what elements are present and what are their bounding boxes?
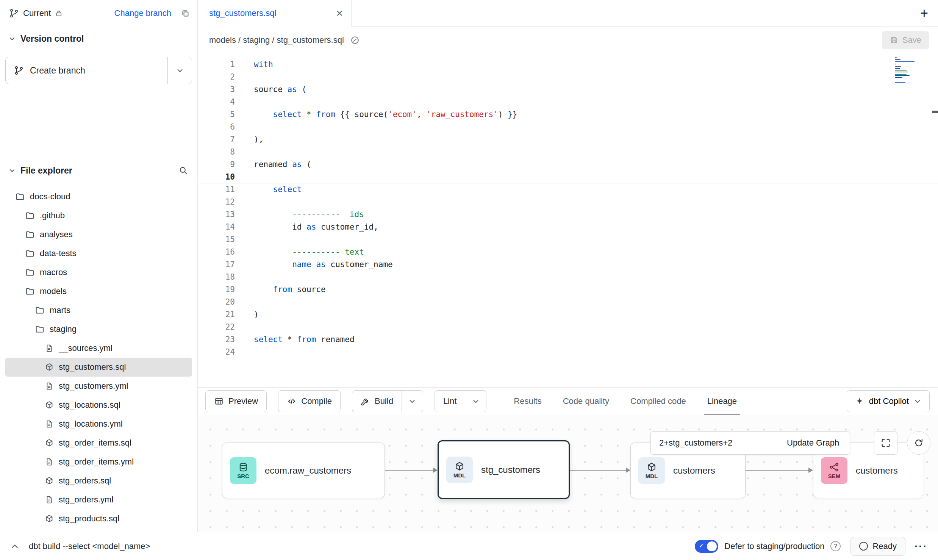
- new-tab-button[interactable]: +: [920, 6, 928, 20]
- code-line-10[interactable]: 10: [198, 171, 938, 183]
- tab-lineage[interactable]: Lineage: [707, 387, 737, 415]
- code-text: [235, 171, 254, 183]
- line-number: 9: [198, 158, 235, 171]
- tree-item-marts[interactable]: marts: [5, 301, 192, 320]
- refresh-button[interactable]: [907, 431, 930, 455]
- code-line-8[interactable]: 8: [198, 146, 938, 158]
- defer-toggle[interactable]: ✓: [695, 540, 718, 553]
- line-number: 19: [198, 283, 235, 296]
- code-line-11[interactable]: 11 select: [198, 183, 938, 196]
- preview-button[interactable]: Preview: [205, 390, 267, 412]
- build-dropdown[interactable]: [402, 390, 423, 412]
- code-line-20[interactable]: 20: [198, 296, 938, 308]
- tree-item-stg-customers-sql[interactable]: stg_customers.sql: [5, 358, 192, 377]
- tree-item-analyses[interactable]: analyses: [5, 225, 192, 244]
- folder-icon: [35, 305, 45, 315]
- folder-icon: [25, 230, 35, 239]
- code-line-12[interactable]: 12: [198, 196, 938, 208]
- compile-button[interactable]: Compile: [278, 390, 341, 412]
- status-bar-right: ✓ Defer to staging/production ? Ready ··…: [695, 537, 938, 556]
- tab-results[interactable]: Results: [514, 387, 541, 415]
- tab-compiled-code[interactable]: Compiled code: [630, 387, 686, 415]
- file-icon: [45, 495, 54, 504]
- current-branch-label: Current: [23, 8, 51, 18]
- cube-icon: [454, 461, 465, 472]
- command-text[interactable]: dbt build --select <model_name>: [29, 541, 150, 551]
- scrollbar-thumb[interactable]: [932, 111, 938, 113]
- dbt-copilot-button[interactable]: dbt Copilot: [847, 390, 930, 412]
- tree-item-stg-orders-yml[interactable]: stg_orders.yml: [5, 490, 192, 509]
- model-file-icon: [45, 400, 54, 410]
- copy-icon[interactable]: [181, 9, 190, 18]
- code-line-23[interactable]: 23select * from renamed: [198, 333, 938, 346]
- code-line-9[interactable]: 9renamed as (: [198, 158, 938, 171]
- code-line-24[interactable]: 24: [198, 346, 938, 358]
- change-branch-link[interactable]: Change branch: [114, 8, 171, 18]
- build-label: Build: [375, 396, 393, 406]
- tree-item-stg-products-sql[interactable]: stg_products.sql: [5, 509, 192, 528]
- tree-item--github[interactable]: .github: [5, 206, 192, 225]
- search-icon[interactable]: [178, 166, 188, 175]
- tree-item-stg-locations-yml[interactable]: stg_locations.yml: [5, 415, 192, 433]
- close-tab-icon[interactable]: ×: [336, 8, 343, 19]
- tree-item-data-tests[interactable]: data-tests: [5, 244, 192, 263]
- lint-dropdown[interactable]: [465, 390, 486, 412]
- build-button[interactable]: Build: [352, 390, 402, 412]
- chevron-down-icon: [913, 397, 922, 405]
- code-line-14[interactable]: 14 id as customer_id,: [198, 221, 938, 233]
- ready-status-button[interactable]: Ready: [850, 537, 905, 556]
- code-line-18[interactable]: 18: [198, 271, 938, 283]
- tree-item-stg-order-items-yml[interactable]: stg_order_items.yml: [5, 452, 192, 471]
- line-number: 22: [198, 321, 235, 333]
- code-line-16[interactable]: 16 ---------- text: [198, 246, 938, 258]
- code-line-3[interactable]: 3source as (: [198, 83, 938, 96]
- code-line-5[interactable]: 5 select * from {{ source('ecom', 'raw_c…: [198, 108, 938, 121]
- code-line-17[interactable]: 17 name as customer_name: [198, 258, 938, 271]
- code-line-19[interactable]: 19 from source: [198, 283, 938, 296]
- line-number: 1: [198, 58, 235, 71]
- line-number: 8: [198, 146, 235, 158]
- save-label: Save: [902, 35, 921, 45]
- code-line-21[interactable]: 21): [198, 308, 938, 321]
- code-editor[interactable]: 1with23source as (45 select * from {{ so…: [198, 54, 938, 387]
- tree-item-models[interactable]: models: [5, 282, 192, 301]
- lineage-node-ecom-raw-customers[interactable]: SRC ecom.raw_customers: [222, 443, 385, 498]
- create-branch-dropdown[interactable]: [167, 57, 192, 84]
- file-explorer-header[interactable]: File explorer: [0, 164, 197, 177]
- indent-guide: [254, 171, 254, 283]
- tab-code-quality[interactable]: Code quality: [563, 387, 609, 415]
- code-line-13[interactable]: 13 ---------- ids: [198, 208, 938, 221]
- tree-item-stg-order-items-sql[interactable]: stg_order_items.sql: [5, 433, 192, 452]
- code-line-22[interactable]: 22: [198, 321, 938, 333]
- lineage-selector-input[interactable]: [651, 432, 776, 454]
- create-branch-main[interactable]: Create branch: [6, 57, 167, 84]
- version-control-header[interactable]: Version control: [0, 32, 197, 45]
- save-button[interactable]: Save: [882, 31, 929, 49]
- line-number: 13: [198, 208, 235, 221]
- code-line-7[interactable]: 7),: [198, 133, 938, 146]
- fullscreen-button[interactable]: [874, 431, 897, 455]
- tree-item-stg-locations-sql[interactable]: stg_locations.sql: [5, 396, 192, 415]
- code-line-1[interactable]: 1with: [198, 58, 938, 71]
- tree-item-stg-customers-yml[interactable]: stg_customers.yml: [5, 377, 192, 396]
- update-graph-button[interactable]: Update Graph: [776, 432, 850, 454]
- chevron-up-icon[interactable]: [10, 541, 20, 551]
- tab-stg-customers-sql[interactable]: stg_customers.sql ×: [198, 0, 352, 27]
- tree-item-stg-orders-sql[interactable]: stg_orders.sql: [5, 471, 192, 490]
- minimap[interactable]: [895, 57, 915, 84]
- code-text: source as (: [235, 83, 306, 96]
- code-line-15[interactable]: 15: [198, 233, 938, 246]
- lineage-node-stg-customers[interactable]: MDL stg_customers: [438, 440, 570, 499]
- tree-item--sources-yml[interactable]: __sources.yml: [5, 339, 192, 358]
- tree-item-staging[interactable]: staging: [5, 320, 192, 339]
- code-line-2[interactable]: 2: [198, 71, 938, 83]
- chevron-down-icon: [8, 167, 16, 174]
- overflow-menu-button[interactable]: ···: [911, 540, 930, 552]
- help-icon[interactable]: ?: [830, 541, 841, 551]
- tree-item-docs-cloud[interactable]: docs-cloud: [5, 187, 192, 206]
- tree-item-macros[interactable]: macros: [5, 263, 192, 282]
- code-line-6[interactable]: 6: [198, 121, 938, 133]
- code-line-4[interactable]: 4: [198, 96, 938, 108]
- lint-button[interactable]: Lint: [435, 390, 465, 412]
- model-file-icon: [45, 438, 54, 447]
